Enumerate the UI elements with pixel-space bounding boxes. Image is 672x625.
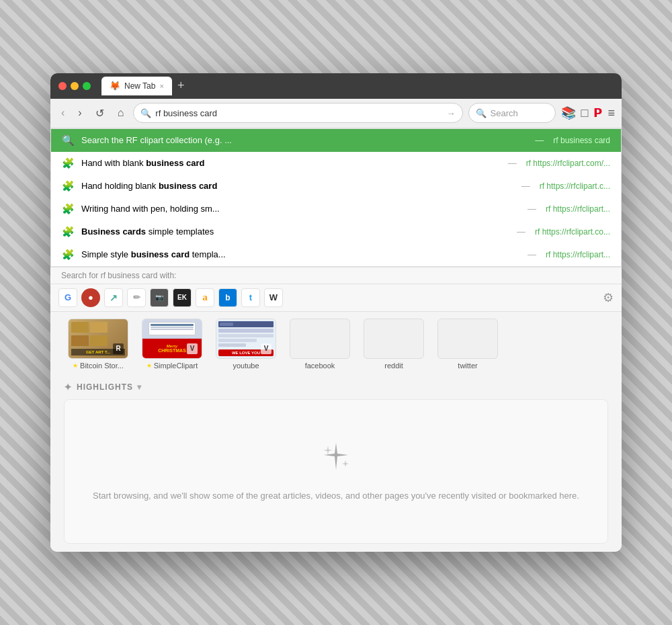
firefox-icon: 🦊 <box>110 81 120 91</box>
ac-sep-2: — <box>521 181 530 191</box>
bookmark-label-bitcoin: ★ Bitcoin Stor... <box>73 362 124 370</box>
autocomplete-text-2: Writing hand with pen, holding sm... <box>81 204 518 214</box>
tab-new-tab[interactable]: 🦊 New Tab × <box>101 77 172 95</box>
autocomplete-item-1[interactable]: 🧩 Hand holding blank business card — rf … <box>51 175 621 198</box>
autocomplete-item-0[interactable]: 🧩 Hand with blank business card — rf htt… <box>51 152 621 175</box>
se-settings-icon[interactable]: ⚙ <box>603 290 614 305</box>
bookmark-label-youtube: youtube <box>233 362 259 370</box>
back-button[interactable]: ‹ <box>57 104 69 122</box>
autocomplete-url-0: rf https://rfclipart.com/... <box>526 159 610 168</box>
bookmark-label-twitter: twitter <box>458 362 477 370</box>
se-ek[interactable]: EK <box>173 288 192 307</box>
pocket-icon[interactable]: □ <box>581 106 589 120</box>
ac-sep-4: — <box>517 226 526 237</box>
autocomplete-text-0: Hand with blank business card <box>81 158 499 168</box>
search-bar[interactable]: 🔍 Search <box>468 103 556 123</box>
vectorcopy-overlay: V <box>187 343 198 354</box>
se-twitter[interactable]: t <box>241 288 260 307</box>
tab-title: New Tab <box>124 81 155 91</box>
highlights-empty-sparkle-icon <box>320 440 352 478</box>
vectorinfog-overlay: V <box>261 343 271 354</box>
highlights-title: HIGHLIGHTS <box>77 382 133 392</box>
se-img[interactable]: 📷 <box>150 288 169 307</box>
autocomplete-highlighted-text: Search the RF clipart collection (e.g. .… <box>81 135 526 145</box>
maximize-button[interactable] <box>83 82 91 90</box>
highlights-chevron-icon: ▾ <box>137 382 142 392</box>
url-input[interactable]: rf business card <box>155 108 442 118</box>
bookmark-thumb-reddit <box>364 319 424 359</box>
tab-close-icon[interactable]: × <box>159 82 163 90</box>
autocomplete-item-2[interactable]: 🧩 Writing hand with pen, holding sm... —… <box>51 198 621 220</box>
autocomplete-url-1: rf https://rfclipart.c... <box>540 181 610 191</box>
pinterest-icon[interactable]: 𝗣 <box>593 106 602 120</box>
reload-button[interactable]: ↺ <box>91 104 108 122</box>
ac-sep-3: — <box>528 204 536 214</box>
autocomplete-text-3: Business cards simple templates <box>81 226 507 237</box>
puzzle-icon-4: 🧩 <box>62 226 75 238</box>
autocomplete-item-3[interactable]: 🧩 Business cards simple templates — rf h… <box>51 220 621 243</box>
library-icon[interactable]: 📚 <box>561 106 576 120</box>
puzzle-icon-0: 🔍 <box>62 134 75 147</box>
se-bing[interactable]: b <box>218 288 237 307</box>
highlights-section: ✦ HIGHLIGHTS ▾ Start browsing, and we'll… <box>50 374 622 552</box>
se-firefox[interactable]: ● <box>81 288 100 307</box>
ac-sep-1: — <box>508 158 517 168</box>
highlights-empty-description: Start browsing, and we'll show some of t… <box>93 489 579 503</box>
autocomplete-highlighted-item[interactable]: 🔍 Search the RF clipart collection (e.g.… <box>51 129 621 152</box>
tab-bar: 🦊 New Tab × + <box>101 77 614 95</box>
home-button[interactable]: ⌂ <box>114 104 128 122</box>
close-button[interactable] <box>58 82 67 90</box>
highlights-sparkle-icon: ✦ <box>64 382 73 392</box>
autocomplete-item-4[interactable]: 🧩 Simple style business card templa... —… <box>51 243 621 266</box>
forward-button[interactable]: › <box>74 104 85 122</box>
search-engines-bar: G ● ↗ ✏ 📷 EK a b t W ⚙ <box>50 284 622 312</box>
se-amazon[interactable]: a <box>196 288 214 307</box>
bookmark-facebook[interactable]: facebook <box>283 319 357 370</box>
title-bar: 🦊 New Tab × + <box>50 73 622 99</box>
url-go-button[interactable]: → <box>447 108 456 118</box>
bookmark-thumb-bitcoin: GET ART T... R <box>68 319 128 359</box>
main-content: GET ART T... R ★ Bitcoin Stor... <box>50 312 622 552</box>
browser-window: 🦊 New Tab × + ‹ › ↺ ⌂ 🔍 rf business card… <box>50 73 622 552</box>
nav-bar: ‹ › ↺ ⌂ 🔍 rf business card → 🔍 Search 📚 … <box>50 99 622 128</box>
bookmarks-row: GET ART T... R ★ Bitcoin Stor... <box>50 312 622 374</box>
rfclipart-overlay: R <box>113 343 124 354</box>
bookmark-thumb-youtube: WE LOVE YOU V <box>216 319 276 359</box>
bookmark-bitcoin[interactable]: GET ART T... R ★ Bitcoin Stor... <box>61 319 135 370</box>
minimize-button[interactable] <box>71 82 79 90</box>
menu-icon[interactable]: ≡ <box>607 106 615 120</box>
ac-sep-0: — <box>535 135 544 145</box>
search-placeholder: Search <box>491 108 518 118</box>
bookmark-label-reddit: reddit <box>384 362 403 370</box>
search-with-label: Search for rf business card with: <box>61 271 176 280</box>
bookmark-youtube[interactable]: WE LOVE YOU V youtube <box>209 319 283 370</box>
traffic-lights <box>58 82 91 90</box>
bookmark-twitter[interactable]: twitter <box>431 319 505 370</box>
puzzle-icon-5: 🧩 <box>62 249 75 261</box>
bookmark-thumb-twitter <box>437 319 498 359</box>
bookmark-label-facebook: facebook <box>305 362 335 370</box>
url-bar[interactable]: 🔍 rf business card → <box>133 103 462 123</box>
bookmark-star-simpleclipart: ★ <box>146 362 152 369</box>
autocomplete-url-3: rf https://rfclipart.co... <box>535 227 610 237</box>
se-wiki[interactable]: W <box>264 288 283 307</box>
ac-sep-5: — <box>528 249 536 259</box>
bookmark-reddit[interactable]: reddit <box>357 319 431 370</box>
se-google[interactable]: G <box>58 288 77 307</box>
autocomplete-highlighted-url: rf business card <box>553 136 610 145</box>
autocomplete-text-1: Hand holding blank business card <box>81 181 512 191</box>
se-arrow[interactable]: ↗ <box>104 288 123 307</box>
search-icon: 🔍 <box>476 108 487 118</box>
search-prefix-icon: 🔍 <box>140 108 151 118</box>
puzzle-icon-1: 🧩 <box>62 157 75 169</box>
nav-icons-right: 📚 □ 𝗣 ≡ <box>561 106 615 120</box>
autocomplete-url-4: rf https://rfclipart... <box>546 250 610 259</box>
se-pencil[interactable]: ✏ <box>127 288 146 307</box>
bookmark-simpleclipart[interactable]: Merry CHRISTMAS V ★ SimpleClipart <box>135 319 209 370</box>
highlights-empty-state: Start browsing, and we'll show some of t… <box>64 399 608 544</box>
autocomplete-dropdown: 🔍 Search the RF clipart collection (e.g.… <box>50 128 622 267</box>
highlights-header[interactable]: ✦ HIGHLIGHTS ▾ <box>64 382 608 392</box>
autocomplete-text-4: Simple style business card templa... <box>81 249 518 259</box>
new-tab-button[interactable]: + <box>177 79 185 93</box>
search-with-bar: Search for rf business card with: <box>50 267 622 284</box>
